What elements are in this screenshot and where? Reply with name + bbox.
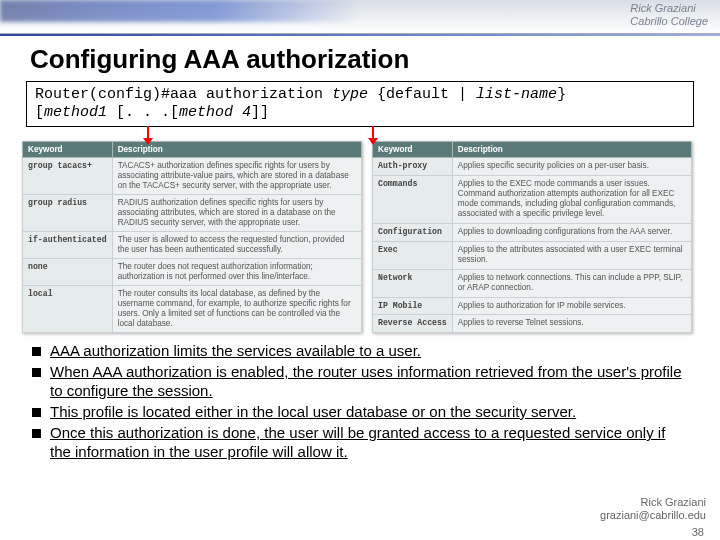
keyword-cell: IP Mobile: [373, 297, 453, 315]
arrow-type: [372, 126, 374, 144]
table-row: ConfigurationApplies to downloading conf…: [373, 224, 692, 242]
banner-author: Rick Graziani Cabrillo College: [630, 2, 708, 28]
desc-cell: The user is allowed to access the reques…: [112, 232, 361, 259]
keyword-cell: Network: [373, 269, 453, 297]
syntax-l1a: Router(config)#aaa authorization: [35, 86, 332, 103]
keyword-cell: local: [23, 286, 113, 333]
keyword-cell: Commands: [373, 175, 453, 224]
syntax-l1e: }: [557, 86, 566, 103]
table-row: CommandsApplies to the EXEC mode command…: [373, 175, 692, 224]
page-title: Configuring AAA authorization: [0, 36, 720, 81]
banner-college: Cabrillo College: [630, 15, 708, 28]
desc-cell: Applies to reverse Telnet sessions.: [452, 315, 691, 333]
syntax-m4: method 4: [179, 104, 251, 121]
syntax-l2c: [. . .[: [107, 104, 179, 121]
desc-cell: Applies to downloading configurations fr…: [452, 224, 691, 242]
table-row: group radiusRADIUS authorization defines…: [23, 195, 362, 232]
desc-cell: TACACS+ authorization defines specific r…: [112, 158, 361, 195]
table-row: if-authenticatedThe user is allowed to a…: [23, 232, 362, 259]
footer-email: graziani@cabrillo.edu: [600, 509, 706, 521]
bullet-item: AAA authorization limits the services av…: [30, 341, 690, 360]
syntax-type: type: [332, 86, 368, 103]
keyword-cell: Exec: [373, 241, 453, 269]
syntax-box: Router(config)#aaa authorization type {d…: [26, 81, 694, 127]
keyword-cell: group radius: [23, 195, 113, 232]
table-row: Reverse AccessApplies to reverse Telnet …: [373, 315, 692, 333]
desc-cell: Applies to network connections. This can…: [452, 269, 691, 297]
table-row: NetworkApplies to network connections. T…: [373, 269, 692, 297]
desc-cell: RADIUS authorization defines specific ri…: [112, 195, 361, 232]
page-number: 38: [692, 526, 704, 538]
banner-graphic: [0, 0, 360, 22]
desc-cell: The router does not request authorizatio…: [112, 259, 361, 286]
desc-cell: Applies to the attributes associated wit…: [452, 241, 691, 269]
desc-cell: Applies specific security policies on a …: [452, 158, 691, 176]
keyword-cell: Configuration: [373, 224, 453, 242]
tables-row: Keyword Description group tacacs+TACACS+…: [22, 141, 698, 333]
syntax-m1: method1: [44, 104, 107, 121]
bullet-item: When AAA authorization is enabled, the r…: [30, 362, 690, 400]
hdr-keyword-r: Keyword: [373, 142, 453, 158]
arrow-method: [147, 126, 149, 144]
method-table: Keyword Description group tacacs+TACACS+…: [22, 141, 362, 333]
bullet-list: AAA authorization limits the services av…: [30, 341, 690, 461]
syntax-l2a: [: [35, 104, 44, 121]
bullet-item: This profile is located either in the lo…: [30, 402, 690, 421]
syntax-l2e: ]]: [251, 104, 269, 121]
table-row: group tacacs+TACACS+ authorization defin…: [23, 158, 362, 195]
keyword-cell: Auth-proxy: [373, 158, 453, 176]
table-row: ExecApplies to the attributes associated…: [373, 241, 692, 269]
slide-banner: Rick Graziani Cabrillo College: [0, 0, 720, 34]
table-row: noneThe router does not request authoriz…: [23, 259, 362, 286]
keyword-cell: if-authenticated: [23, 232, 113, 259]
keyword-cell: group tacacs+: [23, 158, 113, 195]
syntax-l1c: {default |: [368, 86, 476, 103]
table-row: Auth-proxyApplies specific security poli…: [373, 158, 692, 176]
syntax-listname: list-name: [476, 86, 557, 103]
type-table: Keyword Description Auth-proxyApplies sp…: [372, 141, 692, 333]
bullet-item: Once this authorization is done, the use…: [30, 423, 690, 461]
banner-name: Rick Graziani: [630, 2, 708, 15]
footer-author: Rick Graziani graziani@cabrillo.edu: [600, 496, 706, 522]
table-row: localThe router consults its local datab…: [23, 286, 362, 333]
hdr-keyword-l: Keyword: [23, 142, 113, 158]
keyword-cell: Reverse Access: [373, 315, 453, 333]
table-row: IP MobileApplies to authorization for IP…: [373, 297, 692, 315]
keyword-cell: none: [23, 259, 113, 286]
footer-name: Rick Graziani: [641, 496, 706, 508]
desc-cell: Applies to the EXEC mode commands a user…: [452, 175, 691, 224]
desc-cell: The router consults its local database, …: [112, 286, 361, 333]
hdr-desc-r: Description: [452, 142, 691, 158]
desc-cell: Applies to authorization for IP mobile s…: [452, 297, 691, 315]
